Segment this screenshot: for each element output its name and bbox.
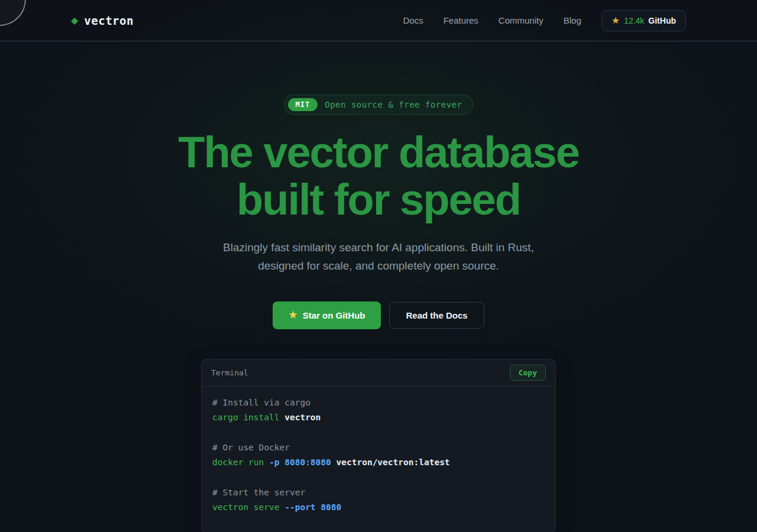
terminal-header: Terminal Copy <box>202 359 555 387</box>
star-on-github-button[interactable]: ★ Star on GitHub <box>273 301 381 329</box>
code-line: # Install via cargo <box>212 395 545 411</box>
github-label: GitHub <box>648 16 676 25</box>
hero-subtitle-line2: designed for scale, and completely open … <box>258 259 499 272</box>
mit-tag: MIT <box>288 98 318 111</box>
nav-item-features[interactable]: Features <box>444 15 478 25</box>
code-line: # Start the server <box>212 485 545 501</box>
code-line: cargo install vectron <box>212 410 545 426</box>
github-stars-button[interactable]: ★ 12.4k GitHub <box>601 10 686 31</box>
logo-text: vectron <box>84 14 134 27</box>
logo[interactable]: ◆ vectron <box>71 14 134 27</box>
nav-item-docs[interactable]: Docs <box>403 15 423 25</box>
cta-row: ★ Star on GitHub Read the Docs <box>0 301 757 329</box>
github-star-count: 12.4k <box>624 16 644 25</box>
code-line: docker run -p 8080:8080 vectron/vectron:… <box>212 455 545 471</box>
star-on-github-label: Star on GitHub <box>303 310 365 320</box>
read-docs-button[interactable]: Read the Docs <box>389 302 484 329</box>
nav-item-community[interactable]: Community <box>499 15 544 25</box>
license-badge: MIT Open source & free forever <box>284 95 474 115</box>
terminal-title: Terminal <box>211 368 248 377</box>
top-navigation: ◆ vectron Docs Features Community Blog ★… <box>0 0 757 41</box>
nav-item-blog[interactable]: Blog <box>564 15 581 25</box>
hero-subtitle-line1: Blazingly fast similarity search for AI … <box>223 241 534 254</box>
nav-links: Docs Features Community Blog ★ 12.4k Git… <box>403 10 686 31</box>
hero-section: MIT Open source & free forever The vecto… <box>0 41 757 532</box>
page-title-line1: The vector database <box>0 129 757 176</box>
badge-text: Open source & free forever <box>325 100 462 109</box>
terminal-code: # Install via cargocargo install vectron… <box>202 387 555 532</box>
diamond-icon: ◆ <box>71 16 78 25</box>
hero-subtitle: Blazingly fast similarity search for AI … <box>0 239 757 275</box>
star-icon: ★ <box>289 310 297 320</box>
terminal-panel: Terminal Copy # Install via cargocargo i… <box>201 359 556 532</box>
page-title-line2: built for speed <box>0 176 757 223</box>
page-title: The vector database built for speed <box>0 129 757 223</box>
copy-button[interactable]: Copy <box>510 365 546 381</box>
code-line: vectron serve --port 8080 <box>212 500 545 515</box>
star-icon: ★ <box>612 16 620 25</box>
code-line: # Or use Docker <box>212 440 545 456</box>
